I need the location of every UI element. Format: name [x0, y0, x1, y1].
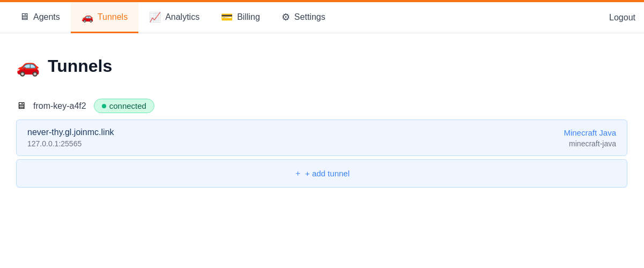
tunnel-type: Minecraft Java — [564, 128, 616, 137]
page-icon: 🚗 — [16, 55, 40, 77]
tunnels-section: 🖥 from-key-a4f2 connected never-thy.gl.j… — [16, 99, 627, 188]
analytics-icon: 📈 — [149, 11, 161, 23]
agent-name: from-key-a4f2 — [33, 101, 86, 111]
status-text: connected — [109, 101, 146, 110]
tunnel-right: Minecraft Java minecraft-java — [564, 128, 616, 148]
page-header: 🚗 Tunnels — [16, 55, 628, 77]
plus-icon: ＋ — [294, 168, 302, 178]
nav-label-analytics: Analytics — [165, 12, 199, 22]
nav-item-agents[interactable]: 🖥 Agents — [9, 2, 71, 33]
agent-monitor-icon: 🖥 — [16, 100, 26, 111]
agent-row: 🖥 from-key-a4f2 connected — [16, 99, 627, 113]
nav-label-settings: Settings — [294, 12, 325, 22]
main-content: 🚗 Tunnels 🖥 from-key-a4f2 connected neve… — [0, 33, 644, 204]
tunnel-left: never-thy.gl.joinmc.link 127.0.0.1:25565 — [27, 128, 114, 148]
nav-label-agents: Agents — [33, 12, 60, 22]
agents-icon: 🖥 — [19, 11, 29, 23]
tunnel-card[interactable]: never-thy.gl.joinmc.link 127.0.0.1:25565… — [16, 120, 627, 156]
nav-items: 🖥 Agents 🚗 Tunnels 📈 Analytics 💳 Billing… — [9, 2, 609, 33]
status-dot — [102, 104, 106, 108]
tunnel-public-url: never-thy.gl.joinmc.link — [27, 128, 114, 137]
nav-item-settings[interactable]: ⚙ Settings — [271, 2, 336, 33]
nav-item-analytics[interactable]: 📈 Analytics — [138, 2, 210, 33]
logout-button[interactable]: Logout — [609, 13, 635, 23]
settings-icon: ⚙ — [282, 11, 290, 23]
add-tunnel-label: + add tunnel — [305, 169, 350, 178]
tunnel-protocol: minecraft-java — [569, 139, 616, 148]
tunnels-nav-icon: 🚗 — [82, 11, 93, 23]
status-badge: connected — [94, 99, 154, 113]
add-tunnel-button[interactable]: ＋ + add tunnel — [16, 159, 627, 188]
nav-label-billing: Billing — [237, 12, 260, 22]
navigation: 🖥 Agents 🚗 Tunnels 📈 Analytics 💳 Billing… — [0, 2, 644, 33]
page-title: Tunnels — [48, 56, 112, 76]
nav-item-tunnels[interactable]: 🚗 Tunnels — [71, 2, 138, 33]
nav-item-billing[interactable]: 💳 Billing — [210, 2, 271, 33]
tunnel-local-address: 127.0.0.1:25565 — [27, 139, 114, 148]
nav-label-tunnels: Tunnels — [98, 12, 128, 22]
billing-icon: 💳 — [221, 11, 233, 23]
